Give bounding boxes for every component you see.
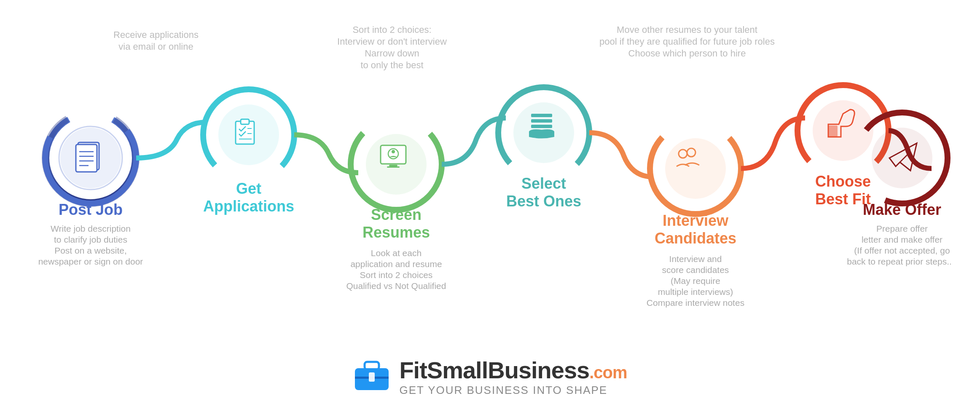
svg-text:back to repeat prior steps...): back to repeat prior steps...) (847, 257, 953, 266)
svg-point-66 (813, 100, 873, 161)
main-container: Receive applications via email or online… (0, 0, 980, 404)
svg-text:newspaper or sign on door: newspaper or sign on door (38, 257, 143, 266)
svg-text:via email or online: via email or online (118, 41, 193, 52)
svg-text:Resumes: Resumes (362, 224, 430, 241)
svg-text:Interview and: Interview and (669, 254, 722, 264)
svg-rect-28 (241, 119, 249, 124)
svg-text:Look at each: Look at each (371, 248, 422, 258)
svg-text:Qualified vs Not Qualified: Qualified vs Not Qualified (346, 281, 446, 291)
svg-text:multiple interviews): multiple interviews) (658, 287, 733, 297)
svg-text:Candidates: Candidates (655, 230, 736, 247)
svg-text:(May require: (May require (671, 276, 720, 286)
svg-rect-40 (387, 166, 400, 168)
svg-text:Compare interview notes: Compare interview notes (647, 298, 744, 308)
logo-sub-text: Get Your Business Into Shape (399, 384, 607, 397)
footer: FitSmallBusiness.com Get Your Business I… (353, 349, 627, 404)
svg-text:to only the best: to only the best (360, 60, 423, 70)
diagram-area: Receive applications via email or online… (0, 0, 980, 349)
diagram-svg: Receive applications via email or online… (25, 25, 953, 341)
svg-text:Make Offer: Make Offer (863, 201, 941, 218)
logo-main-text: FitSmallBusiness.com (399, 356, 627, 384)
svg-point-71 (872, 128, 932, 188)
svg-text:Choose which person to hire: Choose which person to hire (628, 48, 746, 59)
svg-text:pool if they are qualified for: pool if they are qualified for future jo… (599, 36, 775, 47)
svg-text:Narrow down: Narrow down (365, 48, 419, 59)
svg-text:(If offer not accepted, go: (If offer not accepted, go (854, 246, 950, 255)
svg-rect-15 (76, 144, 97, 172)
svg-rect-39 (389, 165, 397, 166)
svg-rect-82 (369, 372, 375, 382)
svg-text:Post on a website,: Post on a website, (54, 246, 127, 255)
logo-brand: FitSmallBusiness (399, 357, 589, 383)
svg-text:Interview: Interview (663, 212, 729, 229)
svg-text:Move other resumes to your tal: Move other resumes to your talent (617, 25, 757, 35)
svg-text:score candidates: score candidates (662, 265, 729, 275)
svg-text:Prepare offer: Prepare offer (876, 224, 928, 233)
svg-text:Best Ones: Best Ones (506, 193, 581, 210)
svg-text:to clarify job duties: to clarify job duties (54, 235, 127, 244)
svg-point-38 (392, 150, 395, 153)
svg-text:letter and make offer: letter and make offer (862, 235, 942, 244)
logo-icon (353, 360, 391, 393)
svg-text:Screen: Screen (371, 206, 422, 223)
svg-text:Post Job: Post Job (59, 201, 123, 218)
svg-text:Choose: Choose (815, 173, 871, 190)
svg-rect-49 (531, 114, 552, 117)
svg-text:Sort into 2 choices: Sort into 2 choices (360, 270, 433, 280)
svg-rect-36 (381, 145, 406, 164)
svg-text:Sort into 2 choices:: Sort into 2 choices: (352, 25, 431, 35)
logo-text: FitSmallBusiness.com Get Your Business I… (399, 356, 627, 397)
svg-text:Select: Select (521, 175, 566, 192)
svg-text:application and resume: application and resume (350, 259, 442, 269)
svg-point-55 (665, 138, 726, 199)
svg-text:Interview or don't interview: Interview or don't interview (337, 36, 447, 47)
svg-rect-67 (828, 126, 838, 137)
svg-rect-51 (531, 125, 552, 128)
svg-text:Receive applications: Receive applications (113, 29, 199, 40)
svg-text:Applications: Applications (203, 198, 294, 215)
logo-com: .com (589, 363, 627, 382)
svg-text:Write job description: Write job description (51, 224, 131, 233)
svg-text:Get: Get (236, 180, 261, 197)
svg-rect-50 (531, 119, 552, 123)
